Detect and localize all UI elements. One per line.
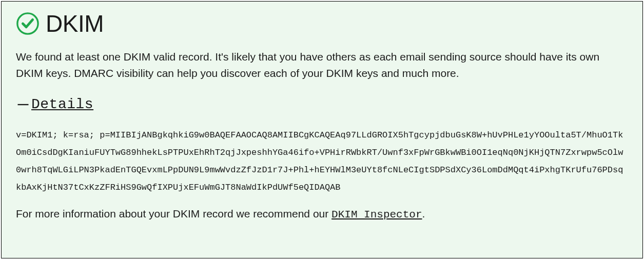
- dkim-record-value: v=DKIM1; k=rsa; p=MIIBIjANBgkqhkiG9w0BAQ…: [16, 127, 628, 196]
- footer-prefix: For more information about your DKIM rec…: [16, 208, 331, 219]
- check-circle-icon: [16, 12, 40, 35]
- details-toggle[interactable]: Details: [16, 96, 93, 112]
- panel-description: We found at least one DKIM valid record.…: [16, 49, 628, 81]
- minus-icon: [16, 97, 30, 112]
- footer-suffix: .: [422, 208, 425, 219]
- panel-header: DKIM: [16, 10, 628, 37]
- dkim-inspector-link[interactable]: DKIM Inspector: [331, 209, 422, 221]
- footer-text: For more information about your DKIM rec…: [16, 208, 628, 221]
- panel-title: DKIM: [46, 10, 104, 37]
- details-toggle-label: Details: [31, 96, 93, 112]
- dkim-panel: DKIM We found at least one DKIM valid re…: [1, 1, 643, 258]
